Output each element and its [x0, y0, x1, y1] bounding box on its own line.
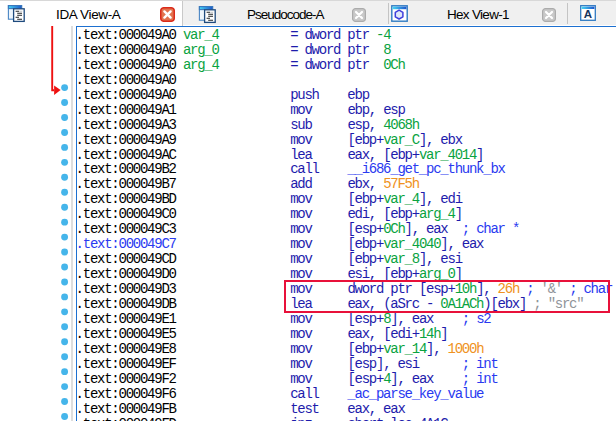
svg-text:A: A — [584, 8, 592, 20]
